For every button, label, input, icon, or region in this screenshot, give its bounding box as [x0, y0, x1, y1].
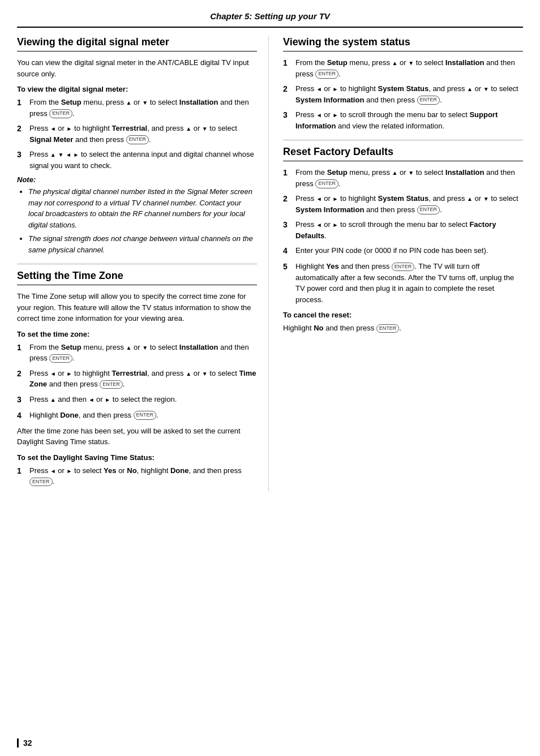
set-timezone-subtitle: To set the time zone:: [17, 330, 257, 338]
chapter-title: Chapter 5: Setting up your TV: [210, 11, 330, 21]
digital-signal-intro: You can view the digital signal meter in…: [17, 57, 257, 79]
step-2: 2 Press or to highlight Terrestrial, and…: [17, 123, 257, 145]
r-step-3: 3 Press or to scroll through the menu ba…: [283, 219, 523, 241]
tz-step-1: 1 From the Setup menu, press or to selec…: [17, 342, 257, 364]
section-system-status-title: Viewing the system status: [283, 36, 523, 51]
tz-step-2: 2 Press or to highlight Terrestrial, and…: [17, 368, 257, 390]
timezone-intro: The Time Zone setup will allow you to sp…: [17, 291, 257, 324]
daylight-saving-subtitle: To set the Daylight Saving Time Status:: [17, 453, 257, 462]
chapter-header: Chapter 5: Setting up your TV: [17, 11, 523, 28]
note-item-1: The physical digital channel number list…: [28, 186, 257, 230]
timezone-steps: 1 From the Setup menu, press or to selec…: [17, 342, 257, 422]
step-3: 3 Press to select the antenna input and …: [17, 149, 257, 171]
two-column-layout: Viewing the digital signal meter You can…: [17, 36, 523, 491]
r-step-4: 4 Enter your PIN code (or 0000 if no PIN…: [283, 245, 523, 257]
digital-signal-steps: 1 From the Setup menu, press or to selec…: [17, 97, 257, 171]
daylight-steps: 1 Press or to select Yes or No, highligh…: [17, 465, 257, 487]
divider-1: [17, 264, 257, 264]
note-item-2: The signal strength does not change betw…: [28, 233, 257, 255]
section-digital-signal-title: Viewing the digital signal meter: [17, 36, 257, 51]
ds-step-1: 1 Press or to select Yes or No, highligh…: [17, 465, 257, 487]
section-timezone-title: Setting the Time Zone: [17, 270, 257, 285]
page: Chapter 5: Setting up your TV Viewing th…: [0, 0, 540, 756]
step-1: 1 From the Setup menu, press or to selec…: [17, 97, 257, 119]
r-step-5: 5 Highlight Yes and then press ENTER. Th…: [283, 261, 523, 305]
reset-steps: 1 From the Setup menu, press or to selec…: [283, 167, 523, 305]
tz-step-3: 3 Press and then or to select the region…: [17, 394, 257, 406]
divider-2: [283, 140, 523, 140]
right-column: Viewing the system status 1 From the Set…: [280, 36, 523, 491]
page-number: 32: [17, 738, 32, 748]
view-digital-signal-subtitle: To view the digital signal meter:: [17, 85, 257, 93]
section-reset-title: Reset Factory Defaults: [283, 146, 523, 161]
note-block: Note: The physical digital channel numbe…: [17, 175, 257, 255]
r-step-2: 2 Press or to highlight System Status, a…: [283, 193, 523, 215]
ss-step-1: 1 From the Setup menu, press or to selec…: [283, 57, 523, 79]
r-step-1: 1 From the Setup menu, press or to selec…: [283, 167, 523, 189]
system-status-steps: 1 From the Setup menu, press or to selec…: [283, 57, 523, 131]
tz-step-4: 4 Highlight Done, and then press ENTER.: [17, 410, 257, 422]
cancel-reset-subtitle: To cancel the reset:: [283, 311, 523, 319]
ss-step-3: 3 Press or to scroll through the menu ba…: [283, 109, 523, 131]
ss-step-2: 2 Press or to highlight System Status, a…: [283, 83, 523, 105]
left-column: Viewing the digital signal meter You can…: [17, 36, 269, 491]
cancel-reset-text: Highlight No and then press ENTER.: [283, 323, 523, 334]
timezone-note: After the time zone has been set, you wi…: [17, 426, 257, 448]
